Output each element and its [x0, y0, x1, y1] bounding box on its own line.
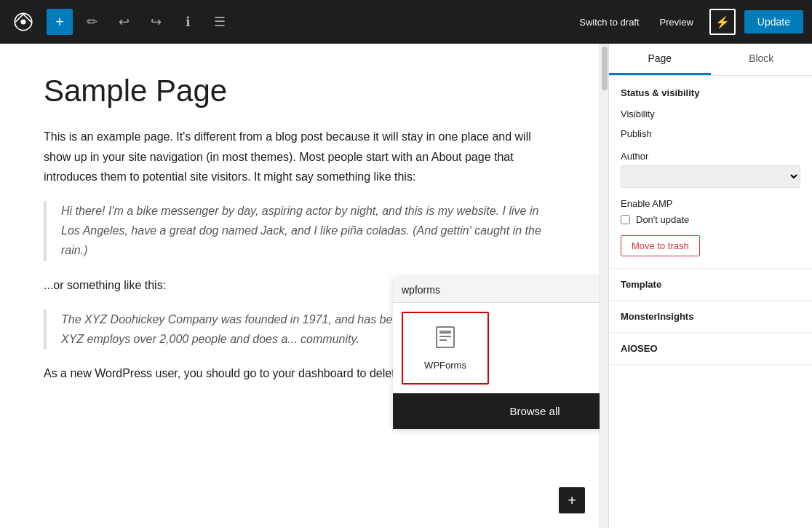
update-button[interactable]: Update	[744, 10, 803, 34]
info-button[interactable]: ℹ	[175, 9, 201, 35]
dont-update-row: Don't update	[621, 210, 800, 229]
lightning-button[interactable]: ⚡	[709, 9, 736, 35]
scrollbar-track	[600, 44, 608, 528]
edit-icon-button[interactable]: ✏	[79, 9, 105, 35]
enable-amp-section: Enable AMP Don't update	[621, 197, 800, 229]
blocks-grid: WPForms	[393, 303, 600, 393]
monster-insights-section: MonsterInsights	[609, 301, 812, 333]
visibility-row: Visibility	[621, 104, 800, 124]
add-block-button[interactable]: +	[47, 9, 73, 35]
wp-logo	[9, 7, 38, 36]
right-sidebar: Page Block Status & visibility Visibilit…	[608, 44, 812, 528]
list-view-button[interactable]: ☰	[207, 9, 233, 35]
status-visibility-section: Status & visibility Visibility Publish A…	[609, 76, 812, 269]
visibility-label: Visibility	[621, 109, 655, 119]
editor-area: Sample Page This is an example page. It'…	[0, 44, 600, 528]
publish-label: Publish	[621, 128, 652, 139]
sidebar-tabs: Page Block	[609, 44, 812, 76]
wpforms-block-icon	[434, 326, 457, 354]
search-bar: ✕	[393, 277, 600, 303]
switch-to-draft-button[interactable]: Switch to draft	[572, 12, 646, 32]
preview-button[interactable]: Preview	[653, 12, 701, 32]
svg-rect-6	[439, 331, 451, 332]
dont-update-label: Don't update	[636, 214, 689, 225]
blockquote-1: Hi there! I'm a bike messenger by day, a…	[44, 201, 556, 261]
author-section: Author	[621, 149, 800, 188]
monster-insights-label: MonsterInsights	[621, 311, 693, 322]
wpforms-block-label: WPForms	[424, 360, 466, 371]
publish-row: Publish	[621, 124, 800, 143]
main-layout: Sample Page This is an example page. It'…	[0, 44, 812, 528]
scrollbar-thumb[interactable]	[602, 47, 608, 90]
svg-point-1	[21, 20, 26, 25]
status-visibility-title: Status & visibility	[621, 87, 800, 98]
tab-page[interactable]: Page	[609, 44, 711, 75]
paragraph-1: This is an example page. It's different …	[44, 127, 556, 186]
browse-all-button[interactable]: Browse all	[393, 393, 600, 429]
template-section: Template	[609, 269, 812, 301]
author-label: Author	[621, 151, 648, 162]
add-block-bottom-button[interactable]: +	[559, 487, 585, 513]
redo-button[interactable]: ↪	[143, 9, 169, 35]
block-inserter-popup: ✕ WPForms	[393, 277, 600, 429]
author-select[interactable]	[621, 165, 800, 188]
aioseo-label: AIOSEO	[621, 343, 658, 354]
dont-update-checkbox[interactable]	[621, 215, 630, 224]
template-label: Template	[621, 279, 661, 290]
move-to-trash-button[interactable]: Move to trash	[621, 235, 700, 256]
search-input[interactable]	[402, 284, 600, 296]
undo-button[interactable]: ↩	[111, 9, 137, 35]
page-title: Sample Page	[44, 73, 556, 109]
enable-amp-label: Enable AMP	[621, 198, 673, 209]
svg-rect-2	[437, 327, 454, 347]
wpforms-block-item[interactable]: WPForms	[402, 312, 489, 385]
toolbar: + ✏ ↩ ↪ ℹ ☰ Switch to draft Preview ⚡ Up…	[0, 0, 812, 44]
tab-block[interactable]: Block	[711, 44, 813, 75]
aioseo-section: AIOSEO	[609, 333, 812, 365]
